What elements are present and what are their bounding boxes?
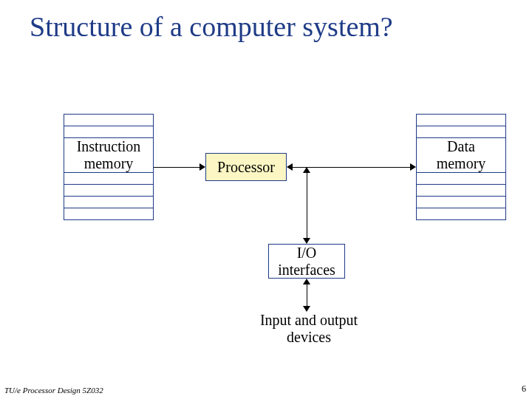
data-memory-block: Data memory <box>416 114 506 220</box>
mem-row <box>64 115 153 126</box>
slide: Structure of a computer system? Instruct… <box>0 0 532 399</box>
footer-text: TU/e Processor Design 5Z032 <box>4 386 103 395</box>
io-interfaces-block: I/O interfaces <box>268 244 345 279</box>
arrowhead <box>287 163 293 171</box>
mem-row <box>417 173 505 185</box>
page-number: 6 <box>522 383 526 395</box>
mem-row <box>64 173 153 185</box>
arrowhead <box>303 306 310 312</box>
arrow-io-to-devices <box>307 284 307 306</box>
mem-row <box>64 208 153 219</box>
io-interfaces-label: I/O interfaces <box>278 245 335 279</box>
io-devices-label: Input and output devices <box>246 312 372 346</box>
text: Input and output devices <box>260 312 358 345</box>
mem-row <box>417 197 505 208</box>
mem-row <box>64 185 153 197</box>
mem-row <box>417 208 505 219</box>
arrow-bus-to-io <box>307 173 307 238</box>
text: Data memory <box>437 138 486 172</box>
data-memory-label: Data memory <box>417 138 505 173</box>
page-title: Structure of a computer system? <box>30 10 393 43</box>
mem-row <box>64 126 153 138</box>
mem-row <box>417 185 505 197</box>
mem-row <box>417 115 505 126</box>
arrowhead <box>303 279 310 284</box>
mem-row <box>417 126 505 138</box>
arrowhead <box>303 238 310 244</box>
instruction-memory-label: Instruction memory <box>64 138 153 173</box>
processor-block: Processor <box>205 153 287 181</box>
mem-row <box>64 197 153 208</box>
arrow-imem-to-proc <box>154 167 200 168</box>
text: Instruction memory <box>77 138 141 172</box>
arrowhead <box>200 163 205 171</box>
arrowhead <box>410 163 416 171</box>
arrowhead <box>303 167 310 173</box>
processor-label: Processor <box>217 159 275 176</box>
instruction-memory-block: Instruction memory <box>64 114 154 220</box>
